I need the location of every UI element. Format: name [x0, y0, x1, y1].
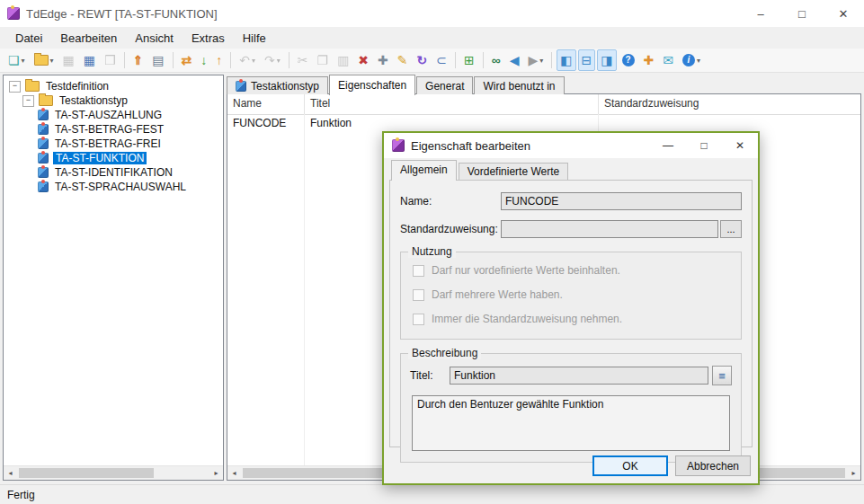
mail-button[interactable]: ✉: [659, 49, 677, 71]
table-row[interactable]: FUNCODE Funktion: [227, 115, 860, 130]
tree-item-label: TA-ST-AUSZAHLUNG: [53, 109, 164, 121]
transfer-button[interactable]: ⇄: [178, 49, 196, 71]
dropdown-caret-icon: ▾: [50, 57, 54, 65]
description-textarea[interactable]: Durch den Bentuzer gewählte Funktion: [412, 395, 730, 451]
tree-panel: − Testdefinition − Testaktionstyp TA-ST-…: [3, 75, 224, 481]
tab-generat[interactable]: Generat: [416, 76, 473, 94]
tree-item-ta-st-funktion[interactable]: TA-ST-FUNKTION: [4, 151, 223, 165]
forward-button[interactable]: ▶▾: [525, 49, 548, 71]
status-text: Fertig: [7, 489, 35, 501]
document-tabs: Testaktionstyp Eigenschaften Generat Wir…: [227, 75, 566, 94]
dropdown-caret-icon: ▾: [277, 57, 281, 65]
open-button[interactable]: ▾: [31, 49, 58, 71]
close-button[interactable]: ✕: [823, 0, 864, 27]
tree-horizontal-scrollbar[interactable]: ◂ ▸: [4, 465, 223, 480]
column-header-name[interactable]: Name: [227, 94, 305, 114]
option-row: Darf mehrere Werte haben.: [413, 288, 729, 301]
standardzuweisung-field[interactable]: [501, 220, 718, 238]
column-header-standardzuweisung[interactable]: Standardzuweisung: [599, 94, 860, 114]
scroll-track[interactable]: [17, 466, 209, 480]
collapse-toggle-icon[interactable]: −: [9, 81, 21, 93]
beschreibung-group-title: Beschreibung: [408, 347, 481, 359]
layout-rows-button[interactable]: ⊟: [578, 49, 596, 71]
ok-button[interactable]: OK: [592, 455, 668, 476]
tab-wird-benutzt-in[interactable]: Wird benutzt in: [474, 76, 564, 94]
tree-item-label: TA-ST-SPRACHAUSWAHL: [53, 181, 188, 193]
tree-item-ta-st-betrag-fest[interactable]: TA-ST-BETRAG-FEST: [4, 122, 223, 137]
dialog-maximize-button[interactable]: □: [686, 133, 722, 158]
undo-icon: ↶: [239, 54, 250, 66]
menu-bearbeiten[interactable]: Bearbeiten: [51, 29, 126, 48]
text-lines-icon: ≡: [718, 369, 726, 383]
window-controls: – □ ✕: [740, 0, 864, 27]
transfer-icon: ⇄: [182, 54, 192, 66]
menu-hilfe[interactable]: Hilfe: [234, 29, 275, 48]
app-icon: [7, 7, 20, 20]
export-button[interactable]: ↑: [212, 49, 226, 71]
tree-view-button[interactable]: ⊞: [460, 49, 478, 71]
edit-text-button[interactable]: ≡: [712, 366, 732, 385]
layout-left-button[interactable]: ◧: [557, 49, 575, 71]
browse-button[interactable]: ...: [720, 220, 742, 238]
dialog-tab-page: Name: Standardzuweisung: ... Nutzung Dar…: [389, 180, 753, 447]
add-button[interactable]: ✚: [374, 49, 392, 71]
tab-allgemein[interactable]: Allgemein: [391, 160, 457, 181]
attach-button[interactable]: ⊂: [432, 49, 450, 71]
import-button[interactable]: ↓: [197, 49, 210, 71]
back-button[interactable]: ◀: [506, 49, 523, 71]
column-header-titel[interactable]: Titel: [305, 94, 599, 114]
print-button[interactable]: ▤: [148, 49, 167, 71]
tree-group-label: Testaktionstyp: [58, 94, 129, 107]
dialog-buttons: OK Abbrechen: [592, 455, 751, 476]
checkbox-mehrere-werte: [413, 289, 424, 301]
orange-plus-icon: ✚: [644, 54, 655, 66]
tree-root[interactable]: − Testdefinition: [4, 79, 223, 93]
toolbar-separator: [455, 52, 456, 68]
reading-view-button[interactable]: ∞: [488, 49, 504, 71]
cut-button: ✂: [294, 49, 312, 71]
tree-item-ta-st-sprachauswahl[interactable]: TA-ST-SPRACHAUSWAHL: [4, 180, 223, 194]
tab-testaktionstyp[interactable]: Testaktionstyp: [227, 76, 328, 94]
add-item-button[interactable]: ✚: [640, 49, 658, 71]
new-button[interactable]: ❏▾: [4, 49, 29, 71]
tab-vordefinierte-werte[interactable]: Vordefinierte Werte: [459, 163, 569, 180]
menu-datei[interactable]: Datei: [6, 29, 51, 48]
scroll-thumb[interactable]: [19, 468, 154, 478]
scroll-left-icon[interactable]: ◂: [4, 466, 17, 480]
layout-bottom-button[interactable]: ◨: [597, 49, 616, 71]
delete-button[interactable]: ✖: [354, 49, 372, 71]
menu-ansicht[interactable]: Ansicht: [126, 29, 183, 48]
tree-item-ta-st-betrag-frei[interactable]: TA-ST-BETRAG-FREI: [4, 137, 223, 151]
nutzung-group-title: Nutzung: [408, 245, 456, 258]
tree-group[interactable]: − Testaktionstyp: [4, 93, 223, 108]
puzzle-icon: [38, 138, 49, 149]
collapse-toggle-icon[interactable]: −: [22, 95, 34, 107]
dialog-minimize-button[interactable]: —: [650, 133, 686, 158]
export-page-button[interactable]: ⇑: [129, 49, 147, 71]
info-icon: i: [682, 54, 695, 66]
titel-field[interactable]: [450, 367, 708, 385]
tab-eigenschaften[interactable]: Eigenschaften: [329, 75, 415, 95]
cancel-button[interactable]: Abbrechen: [675, 455, 751, 476]
refresh-button[interactable]: ↻: [414, 49, 432, 71]
save-all-icon: ❒: [104, 54, 116, 66]
tab-label: Testaktionstyp: [251, 80, 319, 93]
tree-item-ta-st-auszahlung[interactable]: TA-ST-AUSZAHLUNG: [4, 108, 223, 122]
toolbar-separator: [230, 52, 231, 68]
tree-item-ta-st-identifikation[interactable]: TA-ST-IDENTIFIKATION: [4, 165, 223, 180]
menu-extras[interactable]: Extras: [183, 29, 234, 48]
scroll-left-icon[interactable]: ◂: [227, 466, 241, 480]
name-field[interactable]: [501, 192, 742, 210]
scroll-right-icon[interactable]: ▸: [847, 466, 860, 480]
save-as-button[interactable]: ▦: [80, 49, 99, 71]
edit-button[interactable]: ✎: [394, 49, 412, 71]
scroll-right-icon[interactable]: ▸: [209, 466, 223, 480]
help-button[interactable]: ?: [619, 49, 638, 71]
dialog-close-button[interactable]: ✕: [722, 133, 758, 158]
export-arrow-icon: ↑: [216, 54, 222, 66]
maximize-button[interactable]: □: [781, 0, 823, 27]
minimize-button[interactable]: –: [740, 0, 781, 27]
checkbox-vordefinierte-werte: [413, 265, 424, 277]
save-all-button: ❒: [101, 49, 120, 71]
info-button[interactable]: i▾: [679, 49, 704, 71]
